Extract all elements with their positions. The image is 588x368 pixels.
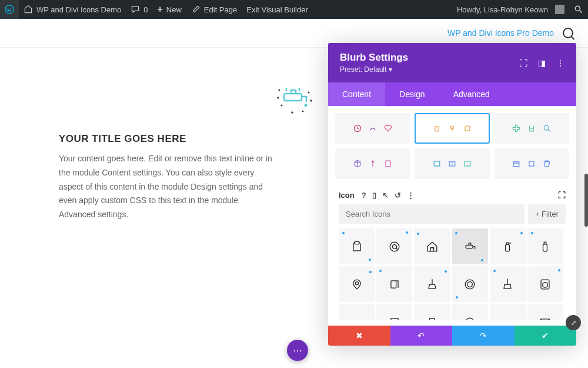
svg-rect-21 (466, 245, 473, 248)
svg-point-28 (467, 281, 473, 287)
help-icon[interactable]: ? (362, 191, 366, 200)
save-button[interactable]: ✔ (514, 326, 577, 346)
tab-advanced[interactable]: Advanced (439, 82, 504, 106)
hover-icon[interactable]: ↖ (382, 191, 389, 200)
responsive-icon[interactable]: ▯ (372, 191, 376, 200)
svg-point-6 (281, 105, 283, 107)
preset-cell[interactable] (335, 148, 410, 179)
svg-rect-14 (434, 161, 440, 166)
panel-title: Blurb Settings (340, 52, 408, 64)
svg-point-20 (392, 244, 396, 248)
svg-rect-26 (391, 281, 396, 288)
preset-cell-selected[interactable] (415, 113, 489, 144)
icon-option-at-sign[interactable] (376, 228, 412, 264)
site-name[interactable]: WP and Divi Icons Demo (19, 0, 126, 19)
avatar (555, 5, 564, 14)
icon-option[interactable] (376, 304, 412, 320)
svg-rect-13 (386, 161, 390, 167)
svg-point-10 (451, 126, 454, 129)
search-icon[interactable] (563, 28, 573, 38)
comments-count[interactable]: 0 (126, 0, 152, 19)
icon-option-faucet-selected[interactable] (452, 228, 488, 264)
svg-point-1 (575, 6, 580, 11)
icon-field-label: Icon (339, 191, 355, 200)
svg-point-7 (302, 111, 304, 112)
reset-icon[interactable]: ↺ (395, 191, 401, 200)
svg-point-4 (279, 89, 280, 91)
svg-rect-17 (514, 162, 520, 167)
icon-option[interactable] (414, 304, 450, 320)
blurb-content[interactable]: Your content goes here. Edit or remove t… (59, 152, 276, 222)
expand-icon[interactable]: ⛶ (558, 191, 566, 200)
panel-actions: ✖ ↶ ↷ ✔ (328, 326, 576, 346)
page-link[interactable]: WP and Divi Icons Pro Demo (447, 28, 554, 38)
user-greeting[interactable]: Howdy, Lisa-Robyn Keown (452, 0, 569, 19)
icon-style-presets (328, 106, 576, 186)
icon-option-apron[interactable] (339, 228, 375, 264)
svg-rect-23 (543, 244, 547, 251)
new-content[interactable]: +New (153, 0, 186, 19)
search-icon[interactable] (569, 0, 588, 19)
preset-cell[interactable] (495, 148, 569, 179)
wp-logo[interactable] (0, 0, 19, 19)
cancel-button[interactable]: ✖ (328, 326, 390, 346)
edit-page[interactable]: Edit Page (186, 0, 242, 19)
svg-point-5 (308, 92, 310, 94)
icon-option-house[interactable] (414, 228, 450, 264)
svg-rect-32 (430, 319, 435, 320)
icon-option[interactable] (339, 304, 375, 320)
icon-option-plate[interactable] (452, 266, 488, 302)
svg-rect-2 (284, 94, 302, 101)
resize-handle[interactable]: ⤢ (566, 315, 581, 330)
preset-cell[interactable] (495, 113, 569, 144)
blurb-settings-panel: Blurb Settings Preset: Default ▾ ⛶ ◨ ⋮ C… (328, 43, 576, 346)
search-input[interactable] (339, 204, 524, 224)
svg-point-12 (544, 125, 549, 130)
undo-button[interactable]: ↶ (390, 326, 453, 346)
panel-tabs: Content Design Advanced (328, 82, 576, 106)
expand-icon[interactable]: ⛶ (519, 58, 527, 68)
svg-point-27 (465, 280, 475, 289)
svg-rect-22 (506, 244, 510, 251)
svg-point-19 (390, 242, 399, 251)
tab-content[interactable]: Content (328, 82, 385, 106)
svg-rect-9 (435, 127, 439, 131)
preset-selector[interactable]: Preset: Default ▾ (340, 65, 408, 74)
icon-option-washer[interactable] (527, 266, 563, 302)
icon-picker-grid (339, 228, 566, 320)
scrollbar-handle[interactable] (584, 174, 588, 227)
icon-option-broom[interactable] (414, 266, 450, 302)
redo-button[interactable]: ↷ (452, 326, 514, 346)
divi-fab-menu[interactable]: ⋯ (287, 340, 308, 361)
svg-rect-24 (544, 242, 546, 244)
preset-cell[interactable] (415, 148, 489, 179)
icon-option-spray[interactable] (490, 228, 526, 264)
icon-option-mop[interactable] (490, 266, 526, 302)
icon-option[interactable] (527, 304, 563, 320)
exit-visual-builder[interactable]: Exit Visual Builder (242, 0, 313, 19)
svg-point-25 (355, 281, 358, 284)
snap-icon[interactable]: ◨ (538, 58, 546, 68)
icon-option[interactable] (452, 304, 488, 320)
svg-point-33 (466, 318, 474, 320)
icon-option[interactable] (490, 304, 526, 320)
svg-rect-16 (465, 161, 470, 166)
icon-option-towel[interactable] (376, 266, 412, 302)
svg-point-30 (543, 282, 548, 287)
icon-option-bottle[interactable] (527, 228, 563, 264)
icon-option-pin[interactable] (339, 266, 375, 302)
wp-admin-bar: WP and Divi Icons Demo 0 +New Edit Page … (0, 0, 588, 19)
tab-design[interactable]: Design (385, 82, 439, 106)
panel-header[interactable]: Blurb Settings Preset: Default ▾ ⛶ ◨ ⋮ (328, 43, 576, 82)
svg-point-3 (305, 104, 308, 107)
preset-cell[interactable] (335, 113, 410, 144)
svg-point-0 (5, 5, 14, 14)
kebab-menu-icon[interactable]: ⋮ (407, 191, 415, 200)
svg-rect-18 (529, 161, 534, 166)
svg-rect-15 (449, 161, 455, 166)
svg-rect-11 (465, 126, 470, 131)
filter-button[interactable]: + Filter (528, 204, 566, 224)
kebab-menu-icon[interactable]: ⋮ (556, 58, 564, 68)
